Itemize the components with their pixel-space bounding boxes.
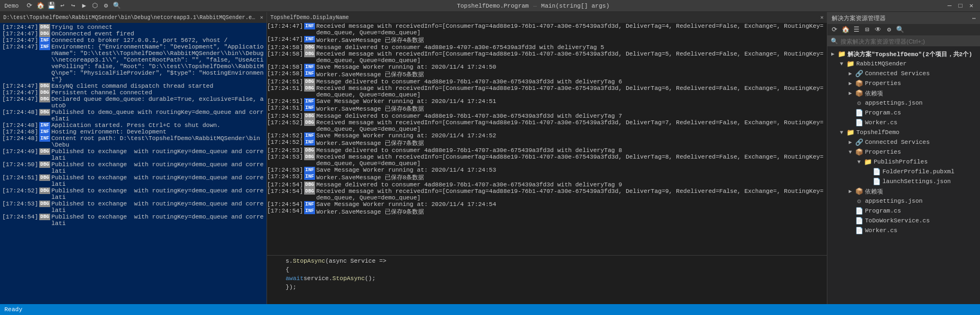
left-terminal-content[interactable]: [17:24:47]DBGTrying to connect[17:24:47]… <box>0 23 267 304</box>
tree-node-label: 依赖项 <box>865 187 883 196</box>
toolbar-icon-4[interactable]: ↩ <box>58 2 66 10</box>
solution-explorer-menu[interactable]: ⋯ <box>972 15 976 22</box>
tree-item[interactable]: ▶📦依赖项 <box>827 88 980 98</box>
log-time: [17:24:47] <box>2 24 38 31</box>
tree-expand-icon[interactable]: ▼ <box>838 60 845 67</box>
toolbar-icon-9[interactable]: 🔍 <box>112 2 121 10</box>
close-button[interactable]: ✕ <box>967 2 976 10</box>
toolbar-icon-3[interactable]: 💾 <box>47 2 56 10</box>
tree-node-icon: 📦 <box>855 79 863 88</box>
log-level-badge: DBG <box>39 214 50 220</box>
toolbar-icon-2[interactable]: 🏠 <box>36 2 45 10</box>
console-log-line: [17:24:54]INFWorker.SaveMessage 已保存9条数据 <box>267 208 827 216</box>
code-editor-section: s.StopAsync(async Service => { await ser… <box>267 255 827 304</box>
left-terminal-close[interactable]: ✕ <box>260 14 263 21</box>
tree-item[interactable]: ▼📁TopshelfDemo <box>827 128 980 137</box>
tree-expand-icon[interactable]: ▼ <box>856 159 862 165</box>
log-level-badge: DBG <box>304 113 315 119</box>
maximize-button[interactable]: □ <box>956 2 965 10</box>
tree-item[interactable]: ▶🔗Connected Services <box>827 137 980 147</box>
tree-node-icon: ⚙️ <box>855 197 863 205</box>
sol-settings-icon[interactable]: ⚙ <box>884 25 894 35</box>
toolbar-icon-5[interactable]: ↪ <box>69 2 77 10</box>
log-line: [17:24:51]DBGPublished to exchange with … <box>2 174 264 187</box>
tree-item[interactable]: 📄launchSettings.json <box>827 177 980 186</box>
tree-item[interactable]: ▼📦Properties <box>827 147 980 157</box>
sol-search-icon[interactable]: 🔍 <box>895 25 905 35</box>
sol-filter-icon[interactable]: ☰ <box>851 25 861 35</box>
log-level-badge: DBG <box>304 78 315 85</box>
toolbar-icon-8[interactable]: ⚙ <box>101 2 110 10</box>
tree-item[interactable]: ▼📁RabbitMQSender <box>827 59 980 69</box>
tree-item[interactable]: 📄Worker.cs <box>827 226 980 235</box>
log-line: [17:24:48]INFContent root path: D:\test\… <box>2 135 264 148</box>
sol-home-icon[interactable]: 🏠 <box>840 25 850 35</box>
tree-expand-icon[interactable]: ▶ <box>847 188 854 195</box>
solution-explorer-header: 解决方案资源管理器 ⋯ <box>827 12 980 24</box>
log-line: [17:24:49]DBGPublished to exchange with … <box>2 148 264 161</box>
tree-expand-icon[interactable]: ▶ <box>847 90 854 96</box>
sol-sync-icon[interactable]: ⟳ <box>830 25 839 35</box>
tree-expand-icon[interactable]: ▼ <box>847 149 854 155</box>
tree-item[interactable]: ▶📦依赖项 <box>827 186 980 196</box>
tree-expand-placeholder <box>847 100 854 106</box>
tree-item[interactable]: 📄Worker.cs <box>827 118 980 128</box>
tree-expand-placeholder <box>864 168 871 175</box>
log-text: Message delivered to consumer 4ad88e19-7… <box>316 78 622 85</box>
log-level-badge: INF <box>304 64 315 70</box>
tree-item[interactable]: ⚙️appsettings.json <box>827 98 980 108</box>
minimize-button[interactable]: — <box>945 2 954 10</box>
log-level-badge: INF <box>39 37 50 44</box>
tree-expand-icon[interactable]: ▶ <box>847 70 854 77</box>
tree-node-icon: 📦 <box>855 187 863 196</box>
tree-expand-icon[interactable]: ▶ <box>847 80 854 87</box>
toolbar-icon-6[interactable]: ▶ <box>80 2 88 10</box>
log-text: Connected to broker 127.0.0.1, port 5672… <box>51 37 227 44</box>
log-time: [17:24:47] <box>2 96 38 102</box>
log-level-badge: DBG <box>39 31 50 37</box>
log-time: [17:24:58] <box>267 64 303 70</box>
log-level-badge: DBG <box>39 148 50 155</box>
title-bar-right: — □ ✕ <box>941 2 980 10</box>
log-level-badge: DBG <box>304 85 315 92</box>
sol-show-icon[interactable]: 👁 <box>873 25 883 35</box>
tree-node-label: appsettings.json <box>865 198 923 204</box>
tree-item[interactable]: 📄FolderProfile.pubxml <box>827 167 980 177</box>
log-time: [17:24:51] <box>267 85 303 92</box>
log-time: [17:24:52] <box>267 139 303 146</box>
log-text: Worker.SaveMessage 已保存8条数据 <box>316 173 424 181</box>
tree-item[interactable]: 📄Program.cs <box>827 206 980 216</box>
log-text: Hosting environment: Development <box>51 129 166 135</box>
log-time: [17:24:47] <box>267 23 303 29</box>
log-level-badge: INF <box>304 139 315 146</box>
console-close[interactable]: ✕ <box>820 14 824 21</box>
tree-item[interactable]: ⚙️appsettings.json <box>827 196 980 206</box>
log-level-badge: DBG <box>39 187 50 194</box>
log-level-badge: DBG <box>39 161 50 168</box>
toolbar-icon-7[interactable]: ⬡ <box>90 2 99 10</box>
log-line: [17:24:47]INFConnected to broker 127.0.0… <box>2 37 264 44</box>
tree-expand-icon[interactable]: ▶ <box>830 51 836 57</box>
tree-item[interactable]: 📄Program.cs <box>827 108 980 118</box>
sol-collapse-icon[interactable]: ⊟ <box>862 25 872 35</box>
log-text: Declared queue demo_queue: durable=True,… <box>51 96 264 109</box>
tree-item[interactable]: ▶🔗Connected Services <box>827 69 980 78</box>
toolbar-icon-1[interactable]: ⟳ <box>25 2 34 10</box>
solution-search-input[interactable] <box>840 38 977 45</box>
tree-item[interactable]: ▶📦Properties <box>827 78 980 88</box>
tree-expand-icon[interactable]: ▶ <box>847 139 854 146</box>
tree-item[interactable]: 📄ToDoWorkService.cs <box>827 216 980 226</box>
log-text: Save Message Worker running at: 2020/11/… <box>316 201 496 208</box>
log-text: Received message with receivedInfo=[Cons… <box>316 188 827 201</box>
tree-node-label: launchSettings.json <box>882 178 951 185</box>
log-time: [17:24:58] <box>267 70 303 77</box>
tree-expand-icon[interactable]: ▼ <box>838 129 845 136</box>
console-content[interactable]: [17:24:47]INFReceived message with recei… <box>267 23 827 255</box>
log-time: [17:24:54] <box>267 208 303 214</box>
console-log-line: [17:24:54]DBGMessage delivered to consum… <box>267 181 827 188</box>
log-level-badge: INF <box>304 201 315 208</box>
console-panel: TopshelfDemo.DisplayName ✕ [17:24:47]INF… <box>267 12 827 304</box>
tree-item[interactable]: ▼📁PublishProfiles <box>827 157 980 167</box>
tree-item[interactable]: ▶📁解决方案"TopshelfDemo"(2个项目，共2个) <box>827 49 980 59</box>
tree-node-label: Program.cs <box>865 208 901 214</box>
